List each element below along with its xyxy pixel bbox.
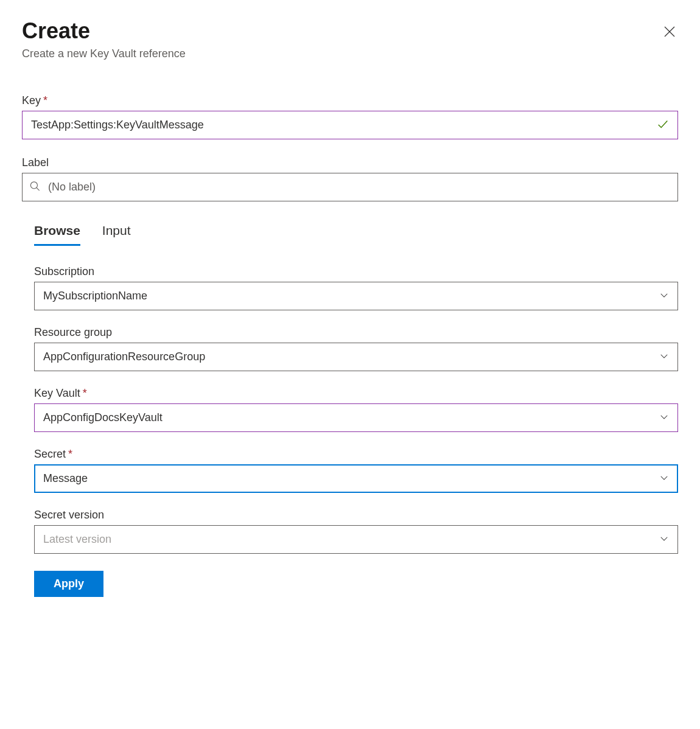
required-indicator: * — [43, 94, 47, 106]
resource-group-select[interactable]: AppConfigurationResourceGroup — [34, 343, 678, 371]
close-icon — [662, 24, 677, 41]
secret-version-field: Secret version Latest version — [34, 509, 678, 554]
required-indicator: * — [68, 448, 72, 460]
label-input-wrapper — [22, 173, 678, 201]
subscription-label: Subscription — [34, 265, 678, 278]
subscription-select[interactable]: MySubscriptionName — [34, 282, 678, 310]
label-input[interactable] — [22, 173, 678, 201]
label-label: Label — [22, 156, 678, 169]
resource-group-field: Resource group AppConfigurationResourceG… — [34, 326, 678, 371]
key-input[interactable] — [22, 111, 678, 139]
subscription-field: Subscription MySubscriptionName — [34, 265, 678, 310]
header-text: Create Create a new Key Vault reference — [22, 18, 186, 60]
key-vault-field: Key Vault* AppConfigDocsKeyVault — [34, 387, 678, 432]
secret-version-label: Secret version — [34, 509, 678, 521]
secret-label: Secret* — [34, 448, 678, 461]
secret-version-select[interactable]: Latest version — [34, 525, 678, 554]
key-vault-select[interactable]: AppConfigDocsKeyVault — [34, 403, 678, 432]
resource-group-label: Resource group — [34, 326, 678, 339]
apply-button[interactable]: Apply — [34, 571, 103, 597]
secret-field: Secret* Message — [34, 448, 678, 493]
action-row: Apply — [22, 571, 678, 597]
resource-group-value: AppConfigurationResourceGroup — [43, 351, 205, 363]
subscription-value: MySubscriptionName — [43, 290, 147, 302]
label-field: Label — [22, 156, 678, 201]
tab-browse[interactable]: Browse — [34, 223, 80, 246]
secret-version-value: Latest version — [43, 533, 111, 545]
tabs: Browse Input — [34, 223, 678, 246]
key-input-wrapper — [22, 111, 678, 139]
key-label: Key* — [22, 94, 678, 107]
page-subtitle: Create a new Key Vault reference — [22, 47, 186, 60]
tab-input[interactable]: Input — [102, 223, 131, 246]
key-vault-label: Key Vault* — [34, 387, 678, 400]
close-button[interactable] — [661, 24, 678, 41]
panel-header: Create Create a new Key Vault reference — [22, 18, 678, 60]
secret-value: Message — [43, 472, 88, 484]
page-title: Create — [22, 18, 186, 44]
required-indicator: * — [83, 387, 87, 399]
secret-select[interactable]: Message — [34, 464, 678, 493]
key-field: Key* — [22, 94, 678, 139]
key-vault-value: AppConfigDocsKeyVault — [43, 411, 163, 424]
browse-section: Subscription MySubscriptionName Resource… — [22, 265, 678, 554]
